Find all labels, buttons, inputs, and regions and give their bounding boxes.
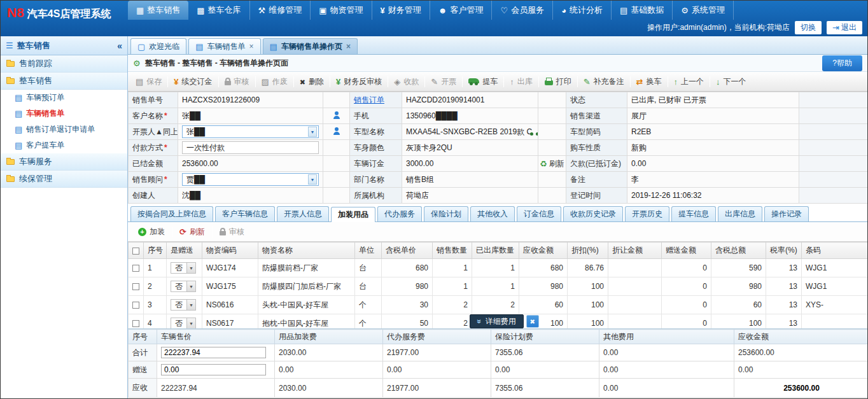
dtab-payment-history[interactable]: 收款历史记录 xyxy=(563,206,623,221)
row-checkbox[interactable] xyxy=(132,283,139,290)
sidebar-item-customer-pickup[interactable]: 客户提车单 xyxy=(1,137,127,153)
dtab-pickup-info[interactable]: 提车信息 xyxy=(671,206,716,221)
delete-button[interactable]: 删除 xyxy=(295,72,329,91)
close-icon[interactable] xyxy=(346,42,351,51)
close-icon[interactable] xyxy=(249,42,254,51)
chevron-down-icon[interactable] xyxy=(308,127,317,137)
next-button[interactable]: 下一个 xyxy=(711,72,752,91)
nav-item-materials[interactable]: 物资管理 xyxy=(311,1,372,20)
sidebar-item-presale-tracking[interactable]: 售前跟踪 xyxy=(1,55,127,73)
doc-icon xyxy=(15,94,22,102)
outbound-button[interactable]: 出库 xyxy=(505,72,538,91)
nav-item-membership[interactable]: 会员服务 xyxy=(492,1,553,20)
row-checkbox[interactable] xyxy=(132,320,139,327)
sidebar-item-vehicle-sales-order[interactable]: 车辆销售单 xyxy=(1,106,127,122)
collapse-sidebar-icon[interactable] xyxy=(117,41,122,50)
invoicer-value: 张██ xyxy=(186,127,205,137)
receive-payment-button[interactable]: 收款 xyxy=(389,72,424,91)
chevron-down-icon[interactable] xyxy=(308,174,317,185)
add-remark-button[interactable]: 补充备注 xyxy=(578,72,629,91)
close-popup-button[interactable] xyxy=(526,315,539,328)
cell-insurance: 0.00 xyxy=(491,361,599,379)
select-all-checkbox[interactable] xyxy=(132,248,139,255)
dtab-insurance-plan[interactable]: 保险计划 xyxy=(424,206,468,221)
dtab-invoicer-info[interactable]: 开票人信息 xyxy=(277,206,329,221)
detail-fees-button[interactable]: 详细费用 xyxy=(470,314,524,328)
vehicle-deposit-value: 3000.00 xyxy=(402,156,538,172)
nav-item-statistics[interactable]: 统计分析 xyxy=(553,1,612,20)
department-value: 销售B组 xyxy=(402,172,538,188)
menu-icon xyxy=(6,41,13,50)
dtab-deposit-info[interactable]: 订金信息 xyxy=(517,206,561,221)
tab-vehicle-sales-order[interactable]: 车辆销售单 xyxy=(188,38,260,54)
nav-item-customers[interactable]: 客户管理 xyxy=(430,1,493,20)
logout-button[interactable]: 退出 xyxy=(827,21,862,34)
switch-org-button[interactable]: 切换 xyxy=(795,21,822,34)
cell-insurance: 7355.06 xyxy=(491,379,599,398)
sidebar-item-vehicle-sales-group[interactable]: 整车销售 xyxy=(1,73,127,90)
save-button[interactable]: 保存 xyxy=(130,72,167,91)
swap-vehicle-button[interactable]: 换车 xyxy=(631,72,667,91)
advisor-select[interactable]: 贾██ xyxy=(182,173,319,186)
row-checkbox[interactable] xyxy=(132,265,139,272)
dtab-operation-log[interactable]: 操作记录 xyxy=(764,206,809,221)
dtab-mortgage-plate-info[interactable]: 按揭合同及上牌信息 xyxy=(130,206,213,221)
dtab-customer-vehicle-info[interactable]: 客户车辆信息 xyxy=(215,206,275,221)
cell-total: 590 xyxy=(711,259,766,277)
nav-item-finance[interactable]: 财务管理 xyxy=(372,1,430,20)
cell-other: 0.00 xyxy=(599,379,734,398)
audit-button[interactable]: 审核 xyxy=(220,72,255,91)
dtab-outbound-info[interactable]: 出库信息 xyxy=(718,206,762,221)
person-icon[interactable] xyxy=(333,127,340,135)
nav-item-system[interactable]: 系统管理 xyxy=(673,1,734,20)
finance-reverse-audit-button[interactable]: 财务反审核 xyxy=(331,72,387,91)
gift-select[interactable]: 否 xyxy=(171,318,196,328)
row-checkbox[interactable] xyxy=(132,302,139,309)
gift-select[interactable]: 否 xyxy=(171,299,196,311)
refresh-items-button[interactable]: 刷新 xyxy=(173,222,211,241)
logo-n8: N8 xyxy=(7,5,24,20)
renew-deposit-button[interactable]: 续交订金 xyxy=(169,72,217,91)
help-button[interactable]: ?帮助 xyxy=(822,55,862,71)
nav-item-vehicle-sales[interactable]: 整车销售 xyxy=(128,1,188,20)
nav-item-base-data[interactable]: 基础数据 xyxy=(612,1,673,20)
chevron-down-icon xyxy=(186,318,195,328)
sales-order-link[interactable]: 销售订单 xyxy=(354,95,384,104)
regtime-label: 登记时间 xyxy=(566,188,627,204)
gift-select[interactable]: 否 xyxy=(171,262,196,274)
dtab-agency-services[interactable]: 代办服务 xyxy=(377,206,422,221)
dtab-invoice-history[interactable]: 开票历史 xyxy=(625,206,669,221)
refresh-deposit-button[interactable]: 刷新 xyxy=(540,158,564,169)
wrench-icon xyxy=(258,6,266,15)
cell-qty: 1 xyxy=(433,277,472,296)
pickup-button[interactable]: 提车 xyxy=(463,72,503,91)
vehicle-price-total-input[interactable] xyxy=(161,347,266,358)
nav-item-repair[interactable]: 维修管理 xyxy=(250,1,311,20)
dtab-label: 订金信息 xyxy=(524,209,554,220)
invoice-button[interactable]: 开票 xyxy=(426,72,461,91)
sidebar-item-vehicle-preorder[interactable]: 车辆预订单 xyxy=(1,90,127,106)
audit-items-button[interactable]: 审核 xyxy=(213,222,251,241)
sidebar-item-renewal-management[interactable]: 续保管理 xyxy=(1,171,127,188)
cell-barcode: WJG1 xyxy=(802,259,868,277)
tab-welcome[interactable]: 欢迎光临 xyxy=(130,38,186,54)
invoicer-select[interactable]: 张██ xyxy=(182,125,319,138)
nav-label: 维修管理 xyxy=(269,4,302,16)
dtab-other-income[interactable]: 其他收入 xyxy=(470,206,515,221)
sidebar-item-vehicle-service[interactable]: 车辆服务 xyxy=(1,153,127,171)
payment-input[interactable] xyxy=(182,141,319,154)
toolbar-separator xyxy=(538,76,539,87)
print-button[interactable]: 打印 xyxy=(540,72,577,91)
vehicle-price-gift-input[interactable] xyxy=(161,364,266,375)
col-seq: 序号 xyxy=(129,330,157,344)
void-button[interactable]: 作废 xyxy=(256,72,293,91)
tab-sales-order-operation[interactable]: 车辆销售单操作页 xyxy=(263,38,358,54)
sidebar-item-order-cancel-request[interactable]: 销售订单退订申请单 xyxy=(1,122,127,137)
add-item-button[interactable]: 加装 xyxy=(132,222,171,241)
dtab-addon-items[interactable]: 加装用品 xyxy=(331,207,375,222)
nav-item-vehicle-warehouse[interactable]: 整车仓库 xyxy=(188,1,249,20)
cell-agency: 21977.00 xyxy=(383,379,491,398)
previous-button[interactable]: 上一个 xyxy=(669,72,710,91)
gift-select[interactable]: 否 xyxy=(171,281,196,292)
person-icon[interactable] xyxy=(333,111,340,119)
